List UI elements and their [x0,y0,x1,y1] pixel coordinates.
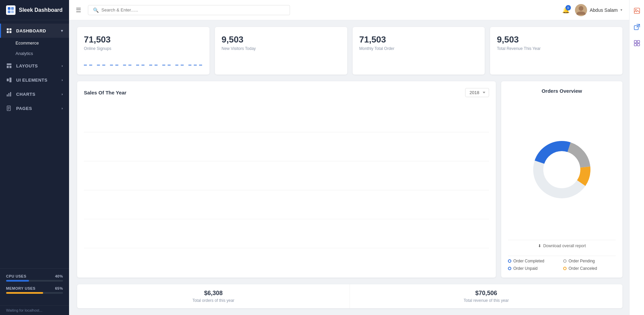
legend-dot-pending [563,259,567,263]
sales-chart-area [84,103,489,278]
cpu-uses-section: CPU USES 40% [6,274,63,282]
user-name: Abdus Salam [590,7,618,13]
content-area: 71,503 Online Signups [69,20,629,315]
svg-rect-19 [8,109,9,110]
sidebar-item-pages[interactable]: PAGES › [0,101,69,115]
memory-uses-section: MEMORY USES 65% [6,286,63,294]
cpu-bar-bg [6,280,63,282]
sidebar-item-label-pages: PAGES [16,106,32,111]
stat-value-3: 9,503 [497,34,616,45]
status-bar: Waiting for localhost... [0,305,69,315]
logo-icon [6,5,15,15]
sparkline-0 [84,59,203,69]
memory-bar-fill [6,292,43,294]
bottom-stat-value-0: $6,308 [84,290,343,297]
svg-rect-46 [637,44,640,46]
legend-dot-canceled [563,267,567,270]
sidebar-item-label-ui: UI ELEMENTS [16,78,47,83]
sidebar-logo: Sleek Dashboard [0,0,69,20]
svg-rect-6 [7,31,9,33]
pages-chevron-icon: › [62,106,63,110]
bottom-stat-label-0: Total orders of this year [84,298,343,303]
ui-elements-chevron-icon: › [62,78,63,82]
stat-label-3: Total Revenue This Year [497,46,616,51]
svg-rect-45 [634,44,637,46]
orders-legend: Order Completed Order Pending Order Unpa… [508,256,616,271]
sidebar-nav: DASHBOARD ▾ Ecommerce Analytics LAYOUTS [0,20,69,268]
sidebar-item-analytics[interactable]: Analytics [15,48,69,59]
dashboard-chevron-icon: ▾ [61,29,63,33]
sidebar-item-dashboard[interactable]: DASHBOARD ▾ [0,24,69,38]
ui-elements-icon [6,77,12,83]
notification-badge: 0 [566,5,571,10]
sidebar-item-charts[interactable]: CHARTS › [0,87,69,101]
download-report-link[interactable]: ⬇ Download overall report [508,240,616,252]
legend-canceled: Order Canceled [563,266,616,271]
toolbar-btn-image[interactable] [632,5,642,16]
sidebar-item-label-layouts: LAYOUTS [16,63,38,68]
sparkline-3 [497,59,616,69]
sidebar-item-label-dashboard: DASHBOARD [16,28,46,33]
user-chevron-icon: ▾ [620,8,622,12]
legend-completed: Order Completed [508,259,560,263]
svg-rect-8 [7,63,11,65]
download-icon: ⬇ [538,244,541,248]
svg-point-21 [579,6,583,11]
bottom-stat-label-1: Total revenue of this year [357,298,616,303]
sidebar-item-label-charts: CHARTS [16,92,35,97]
year-select[interactable]: 2018 2017 2016 2019 [465,88,489,97]
legend-unpaid: Order Unpaid [508,266,560,271]
notification-button[interactable]: 🔔 0 [562,6,570,14]
cpu-bar-fill [6,280,29,282]
stat-card-0: 71,503 Online Signups [77,27,210,75]
donut-container [508,99,616,240]
svg-rect-17 [8,107,10,108]
sidebar-bottom: CPU USES 40% MEMORY USES 65% [0,268,69,305]
sidebar-title: Sleek Dashboard [19,7,63,13]
svg-rect-5 [9,28,11,30]
menu-icon[interactable]: ☰ [76,6,81,14]
svg-rect-10 [9,66,11,68]
sales-header: Sales Of The Year 2018 2017 2016 2019 [84,88,489,97]
toolbar-btn-grid[interactable] [632,38,642,49]
sales-title: Sales Of The Year [84,90,126,95]
search-box[interactable]: 🔍 [88,5,290,15]
layouts-icon [6,63,12,69]
stat-card-3: 9,503 Total Revenue This Year [490,27,622,75]
svg-point-41 [635,9,637,10]
legend-dot-unpaid [508,267,511,270]
search-input[interactable] [101,7,285,12]
stat-label-0: Online Signups [84,46,203,51]
cpu-value: 40% [55,274,63,278]
sidebar-item-ui-elements[interactable]: UI ELEMENTS › [0,73,69,87]
toolbar-btn-external[interactable] [632,22,642,32]
orders-footer: ⬇ Download overall report Order Complete… [508,240,616,271]
stat-value-2: 71,503 [359,34,478,45]
charts-icon [6,91,12,97]
cpu-label: CPU USES [6,274,26,278]
sidebar: Sleek Dashboard DASHBOARD ▾ Ecommerce [0,0,69,315]
stat-value-0: 71,503 [84,34,203,45]
sidebar-item-ecommerce[interactable]: Ecommerce [15,38,69,48]
sidebar-item-layouts[interactable]: LAYOUTS › [0,59,69,73]
legend-pending: Order Pending [563,259,616,263]
sparkline-1 [222,59,341,69]
svg-rect-7 [9,31,11,33]
right-toolbar [629,0,644,315]
memory-label: MEMORY USES [6,286,35,290]
svg-rect-18 [8,108,10,109]
svg-rect-4 [7,28,9,30]
dashboard-subnav: Ecommerce Analytics [0,38,69,59]
legend-dot-completed [508,259,511,263]
search-icon: 🔍 [93,7,99,13]
svg-rect-0 [8,7,10,10]
user-menu[interactable]: Abdus Salam ▾ [575,4,622,16]
svg-rect-1 [11,7,14,10]
main-content: ☰ 🔍 🔔 0 Abdus Salam ▾ [69,0,629,315]
svg-rect-13 [7,94,8,96]
topbar: ☰ 🔍 🔔 0 Abdus Salam ▾ [69,0,629,20]
bottom-stats: $6,308 Total orders of this year $70,506… [77,284,622,308]
bottom-stat-0: $6,308 Total orders of this year [77,284,350,308]
avatar [575,4,587,16]
stat-label-1: New Visitors Today [222,46,341,51]
